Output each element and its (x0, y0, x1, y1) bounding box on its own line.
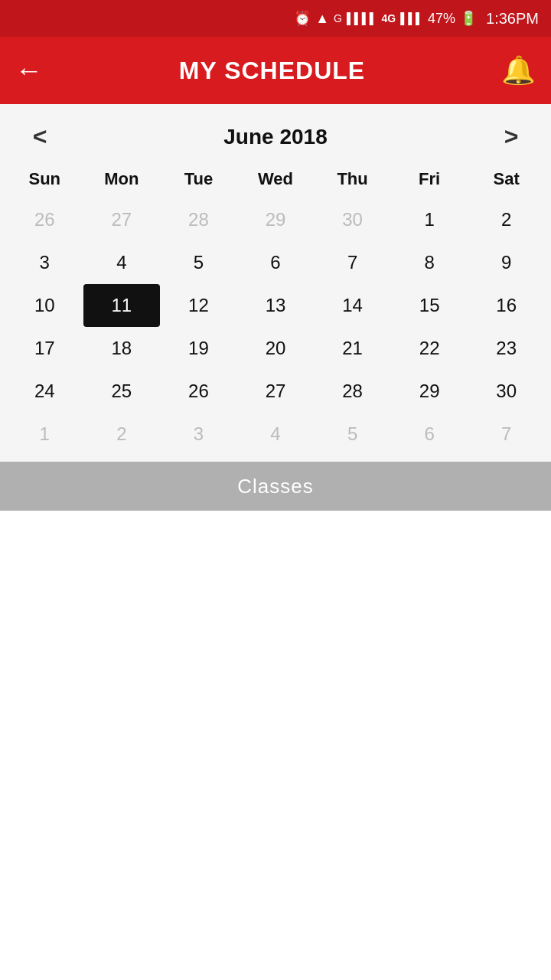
calendar-day[interactable]: 27 (83, 198, 161, 241)
calendar-day[interactable]: 11 (83, 284, 161, 327)
calendar-day[interactable]: 12 (160, 284, 237, 327)
signal-4g: 4G (382, 12, 396, 24)
calendar-day[interactable]: 23 (468, 327, 545, 370)
calendar-day[interactable]: 5 (314, 413, 391, 456)
calendar-day[interactable]: 13 (237, 284, 315, 327)
alarm-icon: ⏰ (294, 10, 311, 27)
time-display: 1:36PM (486, 10, 539, 28)
calendar-day[interactable]: 19 (160, 327, 237, 370)
calendar-day[interactable]: 27 (237, 370, 315, 413)
calendar-day[interactable]: 7 (314, 241, 391, 284)
calendar-day[interactable]: 16 (468, 284, 545, 327)
day-header-wed: Wed (237, 163, 315, 198)
calendar-day[interactable]: 4 (237, 413, 315, 456)
content-area (0, 511, 551, 980)
calendar-day[interactable]: 18 (83, 327, 161, 370)
battery-icon: 🔋 (460, 10, 477, 27)
calendar-day[interactable]: 30 (468, 370, 545, 413)
calendar-day[interactable]: 30 (314, 198, 391, 241)
prev-month-button[interactable]: < (24, 122, 55, 151)
calendar-day[interactable]: 2 (83, 413, 161, 456)
calendar-day[interactable]: 10 (6, 284, 83, 327)
app-bar: ← MY SCHEDULE 🔔 (0, 37, 551, 104)
calendar-day[interactable]: 21 (314, 327, 391, 370)
day-header-sun: Sun (6, 163, 83, 198)
calendar-day[interactable]: 22 (391, 327, 468, 370)
bell-icon[interactable]: 🔔 (501, 54, 536, 87)
day-headers: Sun Mon Tue Wed Thu Fri Sat (0, 163, 551, 198)
month-title: June 2018 (223, 125, 327, 149)
day-header-sat: Sat (468, 163, 545, 198)
signal-bars-1: ▌▌▌▌ (347, 12, 377, 24)
calendar-day[interactable]: 17 (6, 327, 83, 370)
day-header-tue: Tue (160, 163, 237, 198)
calendar-day[interactable]: 1 (6, 413, 83, 456)
signal-icon-1: G (334, 12, 342, 24)
calendar-day[interactable]: 3 (6, 241, 83, 284)
classes-section: Classes (0, 462, 551, 511)
calendar-day[interactable]: 2 (468, 198, 545, 241)
next-month-button[interactable]: > (496, 122, 527, 151)
calendar-day[interactable]: 1 (391, 198, 468, 241)
classes-label: Classes (237, 475, 313, 498)
calendar-day[interactable]: 9 (468, 241, 545, 284)
calendar-day[interactable]: 25 (83, 370, 161, 413)
day-header-mon: Mon (83, 163, 161, 198)
calendar-day[interactable]: 5 (160, 241, 237, 284)
calendar-day[interactable]: 8 (391, 241, 468, 284)
calendar-day[interactable]: 26 (6, 198, 83, 241)
calendar-day[interactable]: 4 (83, 241, 161, 284)
month-nav: < June 2018 > (0, 104, 551, 163)
wifi-icon: ▲ (315, 11, 329, 27)
status-bar: ⏰ ▲ G ▌▌▌▌ 4G ▌▌▌ 47% 🔋 1:36PM (0, 0, 551, 37)
calendar-day[interactable]: 15 (391, 284, 468, 327)
calendar-day[interactable]: 28 (314, 370, 391, 413)
calendar-day[interactable]: 29 (237, 198, 315, 241)
calendar-day[interactable]: 14 (314, 284, 391, 327)
calendar-day[interactable]: 20 (237, 327, 315, 370)
calendar-day[interactable]: 28 (160, 198, 237, 241)
calendar-grid: 2627282930123456789101112131415161718192… (0, 198, 551, 462)
status-icons: ⏰ ▲ G ▌▌▌▌ 4G ▌▌▌ 47% 🔋 1:36PM (294, 10, 539, 28)
calendar-day[interactable]: 7 (468, 413, 545, 456)
day-header-fri: Fri (391, 163, 468, 198)
signal-bars-2: ▌▌▌ (400, 12, 423, 24)
calendar-day[interactable]: 26 (160, 370, 237, 413)
calendar-day[interactable]: 24 (6, 370, 83, 413)
calendar-day[interactable]: 3 (160, 413, 237, 456)
calendar-day[interactable]: 29 (391, 370, 468, 413)
calendar: < June 2018 > Sun Mon Tue Wed Thu Fri Sa… (0, 104, 551, 462)
calendar-day[interactable]: 6 (391, 413, 468, 456)
calendar-day[interactable]: 6 (237, 241, 315, 284)
back-button[interactable]: ← (15, 54, 43, 87)
page-title: MY SCHEDULE (179, 57, 365, 85)
battery-percent: 47% (428, 11, 455, 27)
day-header-thu: Thu (314, 163, 391, 198)
